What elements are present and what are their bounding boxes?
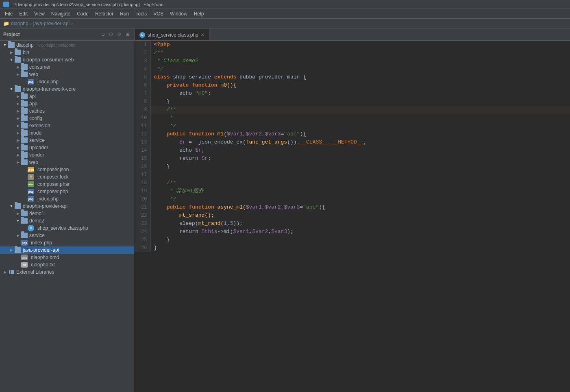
line-content-4[interactable]: */	[150, 65, 570, 73]
line-content-9[interactable]: /**	[150, 106, 570, 114]
menu-item-run[interactable]: Run	[117, 10, 132, 17]
tree-item-demo2[interactable]: ▼ demo2	[0, 217, 134, 224]
line-content-14[interactable]: echo $r;	[150, 146, 570, 155]
library-icon	[8, 269, 15, 275]
arrow-root: ▼	[2, 42, 8, 48]
tree-item-service1[interactable]: ▶ service	[0, 137, 134, 144]
tree-label-demo2: demo2	[29, 218, 44, 224]
code-line-6: 6 private function m0(){	[134, 81, 570, 89]
tree-item-config[interactable]: ▶ config	[0, 115, 134, 122]
tree-item-diaophp-txt[interactable]: ▶ txt diaophp.txt	[0, 261, 134, 268]
menu-item-navigate[interactable]: Navigate	[48, 10, 74, 17]
tree-item-framework-core[interactable]: ▼ diaophp-framework-core	[0, 85, 134, 93]
menu-item-code[interactable]: Code	[74, 10, 92, 17]
menu-item-tools[interactable]: Tools	[132, 10, 150, 17]
line-content-18[interactable]: /**	[150, 179, 570, 187]
menu-item-view[interactable]: View	[31, 10, 48, 17]
menu-item-help[interactable]: Help	[191, 10, 207, 17]
tree-item-diaophp-bmd[interactable]: ▶ bmd diaophp.bmd	[0, 254, 134, 261]
tab-close-icon[interactable]: ✕	[201, 33, 204, 37]
tree-item-composer-lock[interactable]: ▶ 🔒 composer.lock	[0, 173, 134, 181]
line-content-21[interactable]: public function async_m1($var1,$var2,$va…	[150, 203, 570, 211]
line-content-16[interactable]: }	[150, 163, 570, 171]
line-content-10[interactable]: *	[150, 114, 570, 122]
tree-item-service2[interactable]: ▶ service	[0, 232, 134, 239]
tree-item-caches[interactable]: ▶ caches	[0, 107, 134, 115]
tree-item-index1[interactable]: ▶ php index.php	[0, 78, 134, 85]
line-content-25[interactable]: }	[150, 236, 570, 244]
menu-item-refactor[interactable]: Refactor	[92, 10, 117, 17]
arrow-bin: ▶	[8, 49, 15, 56]
folder-icon-demo1	[21, 211, 28, 216]
tree-item-provider-api[interactable]: ▼ diaophp-provider-api	[0, 203, 134, 210]
line-content-26[interactable]: }	[150, 244, 570, 252]
folder-icon-breadcrumb: 📁	[3, 21, 9, 26]
line-content-5[interactable]: class shop_service extends dubbo_provide…	[150, 73, 570, 81]
tree-item-composer-phar[interactable]: ▶ phar composer.phar	[0, 181, 134, 188]
line-number-11: 11	[134, 122, 150, 130]
tree-item-consumer-web[interactable]: ▼ diaophp-consumer-web	[0, 56, 134, 63]
tree-item-consumer[interactable]: ▶ consumer	[0, 63, 134, 71]
folder-icon-caches	[21, 108, 28, 114]
tree-item-root[interactable]: ▼ diaophp ~/workspace/diaophp	[0, 41, 134, 49]
line-content-6[interactable]: private function m0(){	[150, 81, 570, 89]
line-content-15[interactable]: return $r;	[150, 155, 570, 163]
line-content-7[interactable]: echo "m0";	[150, 89, 570, 98]
phar-icon: phar	[28, 181, 34, 187]
code-editor[interactable]: 1<?php2/**3 * Class demo24 */5class shop…	[134, 41, 570, 392]
tree-item-index2[interactable]: ▶ php index.php	[0, 195, 134, 203]
line-content-13[interactable]: $r = json_encode_ex(func_get_args()).__C…	[150, 138, 570, 146]
line-content-1[interactable]: <?php	[150, 41, 570, 49]
tree-item-shop-service[interactable]: ▶ C shop_service.class.php	[0, 224, 134, 232]
expand-icon[interactable]: ⊞	[124, 31, 131, 38]
php-icon-index1: php	[28, 79, 34, 85]
arrow-service1: ▶	[15, 137, 21, 144]
editor-tab[interactable]: C shop_service.class.php ✕	[134, 29, 209, 40]
locate-icon[interactable]: ⊙	[100, 31, 106, 38]
breadcrumb-diaophp[interactable]: diaophp	[11, 21, 28, 26]
line-content-23[interactable]: sleep(mt_rand(1,5));	[150, 220, 570, 228]
tree-item-vendor[interactable]: ▶ vendor	[0, 151, 134, 159]
menu-item-vcs[interactable]: VCS	[150, 10, 167, 17]
tree-item-composer-php[interactable]: ▶ php composer.php	[0, 188, 134, 195]
line-number-18: 18	[134, 179, 150, 187]
sidebar-header: Project ⊙ ⬡ ⚙ ⊞	[0, 28, 134, 41]
tree-item-web1[interactable]: ▶ web	[0, 71, 134, 78]
line-content-3[interactable]: * Class demo2	[150, 57, 570, 65]
breadcrumb-java-provider-api[interactable]: java-provider-api	[33, 21, 70, 26]
tree-item-app[interactable]: ▶ app	[0, 100, 134, 107]
tab-label: shop_service.class.php	[148, 32, 198, 38]
tree-item-uploader[interactable]: ▶ uploader	[0, 144, 134, 151]
line-number-6: 6	[134, 81, 150, 89]
menu-item-edit[interactable]: Edit	[16, 10, 31, 17]
tree-item-extension[interactable]: ▶ extension	[0, 122, 134, 129]
line-content-12[interactable]: public function m1($var1,$var2,$var3="ab…	[150, 130, 570, 138]
php-icon-composer: php	[28, 189, 34, 194]
menu-item-file[interactable]: File	[2, 10, 16, 17]
settings-icon[interactable]: ⚙	[116, 31, 122, 38]
line-content-11[interactable]: */	[150, 122, 570, 130]
tree-item-index3[interactable]: ▶ php index.php	[0, 239, 134, 246]
line-content-17[interactable]	[150, 171, 570, 179]
line-content-19[interactable]: * 异步m1服务	[150, 187, 570, 195]
tree-item-composer-json[interactable]: ▶ json composer.json	[0, 166, 134, 173]
tree-item-api[interactable]: ▶ api	[0, 93, 134, 100]
line-content-22[interactable]: mt_srand();	[150, 211, 570, 220]
folder-icon-web2	[21, 159, 28, 165]
tree-item-bin[interactable]: ▶ bin	[0, 49, 134, 56]
code-body: 1<?php2/**3 * Class demo24 */5class shop…	[134, 41, 570, 252]
code-line-25: 25 }	[134, 236, 570, 244]
line-number-15: 15	[134, 155, 150, 163]
tree-item-external-libs[interactable]: ▶ External Libraries	[0, 268, 134, 276]
tree-item-model[interactable]: ▶ model	[0, 129, 134, 137]
line-content-24[interactable]: return $this->m1($var1,$var2,$var3);	[150, 228, 570, 236]
line-content-20[interactable]: */	[150, 195, 570, 203]
line-content-2[interactable]: /**	[150, 49, 570, 57]
tree-label-service1: service	[29, 137, 45, 143]
tree-item-java-provider-api[interactable]: ▶ java-provider-api	[0, 246, 134, 254]
tree-item-web2[interactable]: ▶ web	[0, 159, 134, 166]
menu-item-window[interactable]: Window	[167, 10, 191, 17]
tree-item-demo1[interactable]: ▶ demo1	[0, 210, 134, 217]
collapse-icon[interactable]: ⬡	[108, 31, 114, 38]
line-content-8[interactable]: }	[150, 98, 570, 106]
